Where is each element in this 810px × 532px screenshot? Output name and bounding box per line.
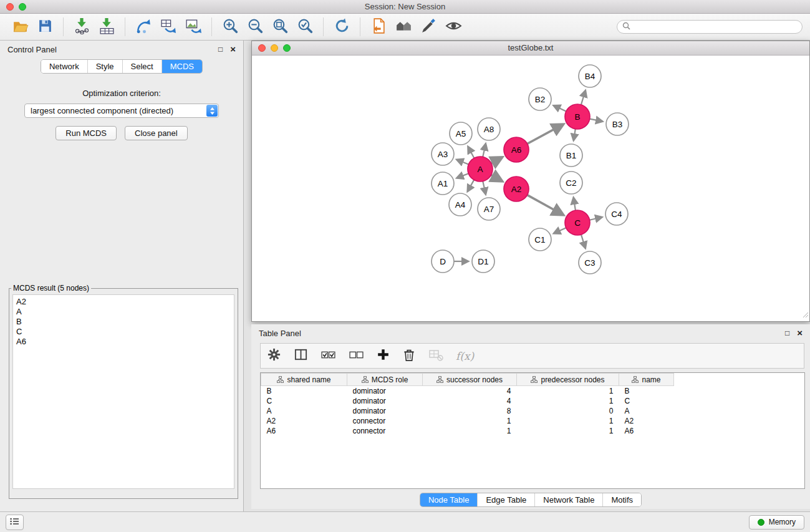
node-B3[interactable]: B3	[606, 113, 629, 135]
apply-layout-button[interactable]	[330, 16, 353, 38]
edge-A-A4[interactable]	[468, 180, 475, 191]
tab-network[interactable]: Network	[41, 60, 88, 73]
edge-B-B3[interactable]	[590, 119, 603, 122]
close-panel-button[interactable]: Close panel	[125, 126, 188, 140]
create-column-button[interactable]	[377, 348, 390, 364]
node-C[interactable]: C	[565, 210, 590, 235]
tab-mcds[interactable]: MCDS	[162, 60, 202, 73]
table-cell[interactable]: dominator	[347, 386, 423, 397]
node-B[interactable]: B	[565, 104, 590, 129]
table-cell[interactable]: 1	[517, 396, 619, 406]
node-A[interactable]: A	[468, 157, 493, 181]
select-all-button[interactable]	[321, 347, 336, 365]
network-close-button[interactable]	[258, 44, 266, 52]
node-B4[interactable]: B4	[579, 65, 601, 87]
mcds-result-item[interactable]: C	[16, 327, 231, 337]
memory-button[interactable]: Memory	[749, 515, 804, 530]
tab-select[interactable]: Select	[123, 60, 162, 73]
new-network-button[interactable]	[132, 16, 155, 38]
table-row[interactable]: Cdominator41C	[261, 396, 674, 406]
zoom-fit-button[interactable]	[269, 16, 291, 38]
table-cell[interactable]: 1	[423, 426, 517, 436]
import-network-file-button[interactable]	[70, 16, 93, 38]
table-row[interactable]: Adominator80A	[261, 406, 674, 416]
node-B1[interactable]: B1	[560, 144, 582, 167]
delete-column-button[interactable]	[402, 348, 416, 364]
column-header-shared-name[interactable]: shared name	[261, 374, 347, 386]
node-A5[interactable]: A5	[450, 122, 472, 145]
table-cell[interactable]: B	[261, 386, 347, 397]
tab-motifs[interactable]: Motifs	[603, 493, 641, 506]
edge-B-B4[interactable]	[581, 90, 586, 105]
table-cell[interactable]: 4	[423, 396, 517, 406]
table-cell[interactable]: 4	[423, 386, 517, 397]
session-doc-button[interactable]	[367, 16, 390, 38]
tab-node-table[interactable]: Node Table	[420, 493, 478, 506]
mcds-result-item[interactable]: A2	[16, 297, 231, 307]
table-cell[interactable]: 1	[517, 386, 619, 397]
node-A8[interactable]: A8	[478, 118, 500, 140]
search-box[interactable]	[617, 20, 803, 34]
import-table-file-button[interactable]	[95, 16, 118, 38]
node-D[interactable]: D	[432, 250, 454, 273]
table-cell[interactable]: B	[619, 386, 674, 397]
edge-C-C2[interactable]	[574, 198, 576, 211]
edge-A-A8[interactable]	[483, 143, 486, 157]
edge-A6-B[interactable]	[528, 124, 564, 143]
deselect-all-button[interactable]	[349, 347, 364, 365]
network-minimize-button[interactable]	[271, 44, 278, 52]
tab-style[interactable]: Style	[88, 60, 123, 73]
table-row[interactable]: A2connector11A2	[261, 416, 674, 426]
search-input[interactable]	[630, 22, 797, 32]
column-header-successor-nodes[interactable]: successor nodes	[423, 374, 517, 386]
close-panel-icon[interactable]: ×	[797, 329, 803, 337]
run-mcds-button[interactable]: Run MCDS	[55, 126, 117, 140]
close-panel-icon[interactable]: ×	[230, 46, 236, 53]
edge-A-A7[interactable]	[483, 181, 486, 195]
table-cell[interactable]: A2	[619, 416, 674, 426]
node-B2[interactable]: B2	[529, 88, 551, 110]
task-history-button[interactable]	[6, 515, 24, 530]
table-cell[interactable]: 1	[517, 426, 619, 436]
network-from-table-button[interactable]	[157, 16, 180, 38]
table-cell[interactable]: connector	[347, 426, 423, 436]
node-A2[interactable]: A2	[504, 177, 529, 201]
close-window-button[interactable]	[6, 3, 14, 11]
table-row[interactable]: Bdominator41B	[261, 386, 674, 397]
network-window-title-bar[interactable]: testGlobe.txt	[252, 41, 809, 56]
table-cell[interactable]: A2	[261, 416, 347, 426]
home-view-button[interactable]	[392, 16, 415, 38]
edge-A-A3[interactable]	[456, 160, 468, 165]
table-cell[interactable]: A6	[261, 426, 347, 436]
criterion-dropdown[interactable]: largest connected component (directed)	[24, 104, 219, 118]
edge-B-B2[interactable]	[554, 105, 566, 111]
tab-edge-table[interactable]: Edge Table	[478, 493, 535, 506]
network-zoom-button[interactable]	[283, 44, 291, 52]
zoom-out-button[interactable]	[244, 16, 266, 38]
edge-A-A1[interactable]	[456, 173, 468, 178]
float-panel-icon[interactable]: □	[785, 329, 789, 337]
edge-A-A5[interactable]	[468, 147, 475, 158]
show-columns-button[interactable]	[294, 347, 308, 364]
table-cell[interactable]: C	[619, 396, 674, 406]
tab-network-table[interactable]: Network Table	[535, 493, 603, 506]
node-A7[interactable]: A7	[478, 198, 500, 220]
edge-A-A6[interactable]	[491, 157, 503, 163]
import-table-button[interactable]	[428, 347, 443, 365]
node-C2[interactable]: C2	[560, 172, 582, 194]
edge-C-C1[interactable]	[554, 228, 566, 233]
style-brush-button[interactable]	[417, 16, 440, 38]
table-cell[interactable]: dominator	[347, 396, 423, 406]
table-cell[interactable]: connector	[347, 416, 423, 426]
mcds-result-list[interactable]: A2ABCA6	[12, 294, 234, 489]
table-cell[interactable]: 0	[517, 406, 619, 416]
network-canvas[interactable]: B4B2BB3A5A8A6B1A3AC2A1A2A4A7C4CC1C3DD1	[252, 56, 809, 321]
function-builder-button[interactable]: f(x)	[456, 350, 474, 362]
table-cell[interactable]: 1	[423, 416, 517, 426]
save-session-button[interactable]	[34, 16, 56, 38]
resize-grip-icon[interactable]	[801, 309, 809, 321]
zoom-selected-button[interactable]	[294, 16, 316, 38]
mcds-result-item[interactable]: B	[16, 317, 231, 327]
edge-B-B1[interactable]	[574, 129, 576, 141]
mcds-result-item[interactable]: A	[16, 307, 231, 317]
